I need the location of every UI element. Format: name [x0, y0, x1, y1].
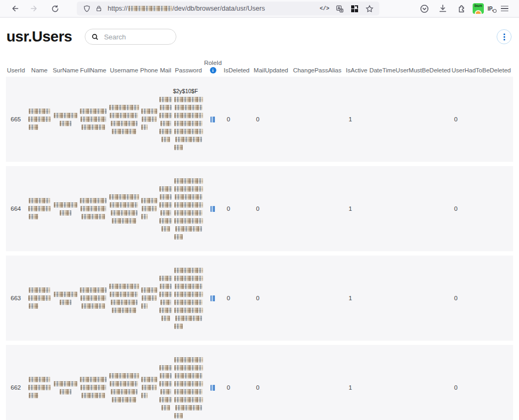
cell-roleid-redacted[interactable] [204, 256, 222, 341]
cell-userhadtobedeleted[interactable]: 0 [449, 77, 513, 162]
account-chevron-button[interactable] [417, 2, 432, 15]
cell-isdeleted[interactable]: 0 [222, 166, 252, 251]
col-header-roleid[interactable]: RoleId i [204, 60, 222, 73]
cell-mail-redacted[interactable] [158, 256, 173, 341]
col-header-name[interactable]: Name [26, 67, 53, 73]
forward-button[interactable] [27, 2, 43, 15]
cell-surname-redacted[interactable] [53, 77, 78, 162]
cell-fullname-redacted[interactable] [78, 345, 108, 420]
col-header-password[interactable]: Password [173, 67, 204, 73]
cell-changepassalias[interactable] [290, 256, 344, 341]
col-header-surname[interactable]: SurName [53, 67, 78, 73]
cell-username-redacted[interactable] [108, 256, 140, 341]
table-row[interactable]: 663 0 0 1 0 [6, 256, 513, 341]
cell-surname-redacted[interactable] [53, 345, 78, 420]
bookmark-star-icon[interactable] [363, 3, 375, 14]
cell-mail-redacted[interactable] [158, 77, 173, 162]
cell-datetimeusermustbedeleted[interactable] [369, 345, 449, 420]
cell-name-redacted[interactable] [26, 256, 53, 341]
col-header-mail[interactable]: Mail [158, 67, 173, 73]
cell-isdeleted[interactable]: 0 [222, 345, 252, 420]
cell-isactive[interactable]: 1 [344, 345, 369, 420]
cell-mailupdated[interactable]: 0 [252, 77, 291, 162]
url-bar[interactable]: https:///dev/db/browser/data/usr/Users <… [77, 2, 379, 15]
col-header-phone[interactable]: Phone [140, 67, 158, 73]
cell-datetimeusermustbedeleted[interactable] [369, 166, 449, 251]
cell-mailupdated[interactable]: 0 [252, 256, 291, 341]
cell-mail-redacted[interactable] [158, 166, 173, 251]
cell-mailupdated[interactable]: 0 [252, 166, 291, 251]
cell-username-redacted[interactable] [108, 166, 140, 251]
cell-isactive[interactable]: 1 [344, 256, 369, 341]
table-row[interactable]: 665 $2y$10$F 0 0 1 [6, 77, 513, 162]
cell-fullname-redacted[interactable] [78, 166, 108, 251]
cell-isdeleted[interactable]: 0 [222, 77, 252, 162]
cell-userid[interactable]: 665 [6, 77, 26, 162]
cell-name-redacted[interactable] [26, 77, 53, 162]
cell-password-redacted[interactable] [173, 166, 204, 251]
cell-username-redacted[interactable] [108, 77, 140, 162]
cell-isdeleted[interactable]: 0 [222, 256, 252, 341]
cell-surname-redacted[interactable] [53, 166, 78, 251]
col-header-userhadtobedeleted[interactable]: UserHadToBeDeleted [449, 67, 513, 73]
cell-roleid-redacted[interactable] [204, 166, 222, 251]
cell-datetimeusermustbedeleted[interactable] [369, 256, 449, 341]
chevron-circle-icon [420, 4, 429, 13]
col-header-isactive[interactable]: IsActive [344, 67, 369, 73]
reader-code-icon[interactable]: </> [319, 3, 330, 14]
cell-phone-redacted[interactable] [140, 345, 158, 420]
cell-phone-redacted[interactable] [140, 256, 158, 341]
cell-userid[interactable]: 663 [6, 256, 26, 341]
col-header-changepassalias[interactable]: ChangePassAlias [290, 67, 344, 73]
cell-changepassalias[interactable] [290, 166, 344, 251]
screenshot-grid-icon[interactable] [348, 3, 360, 14]
table-row[interactable]: 664 0 0 1 0 [6, 166, 513, 251]
extensions-button[interactable] [454, 2, 469, 15]
col-header-username[interactable]: Username [108, 67, 140, 73]
cell-userhadtobedeleted[interactable]: 0 [449, 166, 513, 251]
cell-userid[interactable]: 664 [6, 166, 26, 251]
menu-button[interactable] [497, 2, 512, 15]
cell-userhadtobedeleted[interactable]: 0 [449, 345, 513, 420]
shield-icon[interactable] [81, 3, 93, 14]
col-header-userid[interactable]: UserId [6, 67, 26, 73]
table-row[interactable]: 662 0 0 1 0 [6, 345, 513, 420]
cell-username-redacted[interactable] [108, 345, 140, 420]
cell-datetimeusermustbedeleted[interactable] [369, 77, 449, 162]
info-icon[interactable]: i [210, 67, 216, 73]
cell-userid[interactable]: 662 [6, 345, 26, 420]
search-input[interactable] [103, 32, 169, 42]
cell-mailupdated[interactable]: 0 [252, 345, 291, 420]
cell-password-redacted[interactable]: $2y$10$F [173, 77, 204, 162]
translate-icon[interactable] [334, 3, 345, 14]
search-box[interactable] [85, 29, 176, 45]
lock-icon[interactable] [93, 3, 104, 14]
cell-name-redacted[interactable] [26, 345, 53, 420]
cell-name-redacted[interactable] [26, 166, 53, 251]
downloads-button[interactable] [435, 2, 450, 15]
cell-phone-redacted[interactable] [140, 77, 158, 162]
col-header-datetimeusermustbedeleted[interactable]: DateTimeUserMustBeDeleted [369, 67, 449, 73]
cell-userhadtobedeleted[interactable]: 0 [449, 256, 513, 341]
reload-button[interactable] [47, 2, 63, 15]
col-header-mailupdated[interactable]: MailUpdated [251, 67, 290, 73]
cell-roleid-redacted[interactable] [204, 345, 222, 420]
cell-roleid-redacted[interactable] [204, 77, 222, 162]
cell-changepassalias[interactable] [290, 77, 344, 162]
cell-phone-redacted[interactable] [140, 166, 158, 251]
cell-isactive[interactable]: 1 [344, 77, 369, 162]
cell-password-redacted[interactable] [173, 256, 204, 341]
table-options-button[interactable] [497, 29, 512, 44]
ip-lookup-extension-icon[interactable]: IP, [488, 6, 493, 12]
cell-isactive[interactable]: 1 [344, 166, 369, 251]
cell-fullname-redacted[interactable] [78, 77, 108, 162]
back-button[interactable] [6, 2, 22, 15]
col-header-isdeleted[interactable]: IsDeleted [222, 67, 252, 73]
cell-mail-redacted[interactable] [158, 345, 173, 420]
col-header-fullname[interactable]: FullName [78, 67, 108, 73]
cell-changepassalias[interactable] [290, 345, 344, 420]
cell-fullname-redacted[interactable] [78, 256, 108, 341]
bun-extension-icon[interactable]: bun [473, 3, 484, 14]
cell-surname-redacted[interactable] [53, 256, 78, 341]
cell-password-redacted[interactable] [173, 345, 204, 420]
